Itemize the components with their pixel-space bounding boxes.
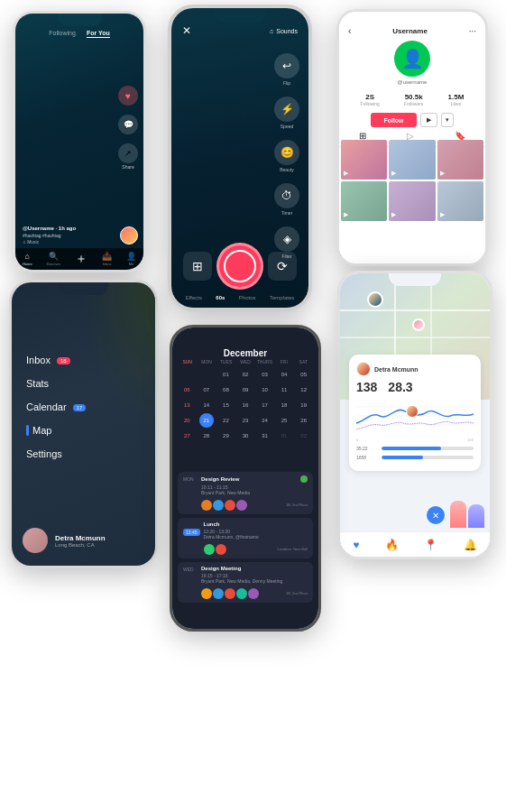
menu-map[interactable]: Map	[26, 425, 86, 436]
cal-day[interactable]: 20	[179, 413, 194, 428]
tiktok-creator-avatar[interactable]	[120, 226, 138, 245]
flip-label: Flip	[283, 80, 290, 86]
tiktok-nav-me-label: Me	[129, 262, 134, 266]
cal-day-today[interactable]: 21	[199, 413, 214, 428]
camera-flip-button[interactable]: ⟳	[268, 252, 297, 281]
tiktok-share[interactable]: ↗ Share	[118, 143, 138, 170]
cal-day[interactable]: 01	[277, 429, 291, 443]
cal-day[interactable]: 14	[199, 398, 214, 412]
menu-user-profile[interactable]: Detra Mcmunn Long Beach, CA	[23, 528, 106, 553]
nav-bell-icon[interactable]: 🔔	[464, 539, 477, 551]
day-fri: FRI	[274, 358, 293, 365]
cal-day[interactable]: 30	[238, 429, 253, 443]
menu-settings[interactable]: Settings	[26, 448, 86, 459]
video-button[interactable]: ▶	[420, 113, 437, 127]
tiktok-tab-following[interactable]: Following	[49, 30, 76, 38]
cal-day[interactable]: 03	[258, 367, 272, 382]
cal-day[interactable]: 12	[297, 383, 311, 397]
tiktok-hashtags: #hashtag #hashtag	[23, 233, 76, 238]
cal-day[interactable]: 07	[199, 383, 214, 397]
cal-day[interactable]	[179, 367, 194, 382]
back-icon[interactable]: ‹	[348, 26, 351, 36]
beauty-label: Beauty	[280, 167, 294, 172]
cal-day[interactable]: 17	[258, 398, 272, 412]
tab-effects[interactable]: Effects	[186, 295, 202, 300]
menu-background	[83, 282, 155, 427]
camera-music-selector[interactable]: ♫ Sounds	[269, 28, 298, 34]
camera-record-button[interactable]	[216, 243, 263, 290]
grid-item-3[interactable]: ▶	[437, 140, 483, 180]
tiktok-nav-discover[interactable]: 🔍 Discover	[47, 252, 61, 266]
cal-day[interactable]: 26	[297, 413, 311, 428]
cal-day[interactable]: 16	[238, 398, 253, 412]
cal-day[interactable]: 01	[218, 367, 233, 382]
tab-60s[interactable]: 60s	[216, 295, 225, 300]
cal-day[interactable]: 13	[179, 398, 194, 412]
speed-icon: ⚡	[281, 103, 294, 115]
cal-day[interactable]: 08	[218, 383, 233, 397]
health-stat-1: 138	[356, 380, 377, 394]
tiktok-comment[interactable]: 💬	[118, 115, 138, 134]
cal-day[interactable]: 19	[297, 398, 311, 412]
nav-fire-icon[interactable]: 🔥	[385, 539, 399, 551]
cal-day[interactable]: 15	[218, 398, 233, 412]
following-count: 2S	[365, 93, 374, 101]
nav-heart-icon[interactable]: ♥	[353, 539, 359, 551]
cal-day[interactable]: 27	[179, 429, 194, 443]
home-icon: ⌂	[25, 252, 30, 261]
camera-timer[interactable]: ⏱ Timer	[274, 183, 299, 216]
tiktok-like[interactable]: ♥	[118, 86, 138, 106]
tab-templates[interactable]: Templates	[270, 295, 294, 300]
grid-item-2[interactable]: ▶	[389, 140, 435, 180]
follow-button[interactable]: Follow	[371, 113, 416, 127]
calendar-event-2[interactable]: 12:45 Lunch 12:20 - 13:20 Detra Mcmunn, …	[178, 518, 313, 558]
inbox-icon: 📥	[102, 252, 112, 261]
tab-photos[interactable]: Photos	[239, 295, 256, 300]
menu-calendar[interactable]: Calendar 17	[26, 401, 86, 412]
cal-day[interactable]: 04	[277, 367, 291, 382]
notch-tiktok	[57, 14, 102, 26]
cal-day[interactable]: 24	[258, 413, 272, 428]
cal-day[interactable]: 09	[238, 383, 253, 397]
likes-count: 1.5M	[448, 93, 465, 101]
profile-username-header: Username	[392, 27, 428, 35]
cal-day[interactable]: 02	[297, 429, 311, 443]
cal-day[interactable]: 05	[297, 367, 311, 382]
cal-day[interactable]: 28	[199, 429, 214, 443]
camera-upload-button[interactable]: ⊞	[183, 252, 212, 281]
cal-day[interactable]: 18	[277, 398, 291, 412]
grid-item-1[interactable]: ▶	[341, 140, 387, 180]
tiktok-nav-me[interactable]: 👤 Me	[126, 252, 136, 266]
more-options-icon[interactable]: ···	[469, 26, 476, 36]
cal-day[interactable]: 29	[218, 429, 233, 443]
grid-item-5[interactable]: ▶	[389, 181, 435, 221]
calendar-event-3[interactable]: WED Design Meeting 16:15 - 17:16 Bryant …	[178, 562, 313, 603]
menu-inbox[interactable]: Inbox 18	[26, 355, 86, 365]
tiktok-nav-add[interactable]: ＋	[75, 251, 87, 267]
menu-user-info: Detra Mcmunn Long Beach, CA	[55, 534, 106, 548]
camera-speed[interactable]: ⚡ Speed	[274, 97, 299, 129]
cal-day[interactable]: 10	[258, 383, 272, 397]
cal-day[interactable]	[199, 367, 214, 382]
tiktok-tab-foryou[interactable]: For You	[87, 30, 110, 38]
camera-effects[interactable]: 😊 Beauty	[274, 140, 299, 172]
health-close-button[interactable]: ✕	[427, 506, 445, 524]
close-icon[interactable]: ✕	[182, 24, 191, 37]
more-button[interactable]: ▾	[441, 113, 454, 127]
grid-item-4[interactable]: ▶	[341, 181, 387, 221]
cal-day[interactable]: 31	[258, 429, 272, 443]
tiktok-nav-inbox[interactable]: 📥 Inbox	[102, 252, 112, 266]
cal-day[interactable]: 11	[277, 383, 291, 397]
tiktok-nav-home[interactable]: ⌂ Home	[23, 252, 32, 266]
share-icon: ↗	[124, 149, 132, 158]
cal-day[interactable]: 22	[218, 413, 233, 428]
grid-item-6[interactable]: ▶	[437, 181, 483, 221]
cal-day[interactable]: 02	[238, 367, 253, 382]
camera-flip[interactable]: ↩ Flip	[274, 53, 299, 86]
cal-day[interactable]: 06	[179, 383, 194, 397]
calendar-event-1[interactable]: MON Design Review 10:11 - 11:15 Bryant P…	[178, 472, 313, 514]
menu-stats[interactable]: Stats	[26, 378, 86, 389]
cal-day[interactable]: 23	[238, 413, 253, 428]
cal-day[interactable]: 25	[277, 413, 291, 428]
nav-location-icon[interactable]: 📍	[424, 539, 437, 551]
